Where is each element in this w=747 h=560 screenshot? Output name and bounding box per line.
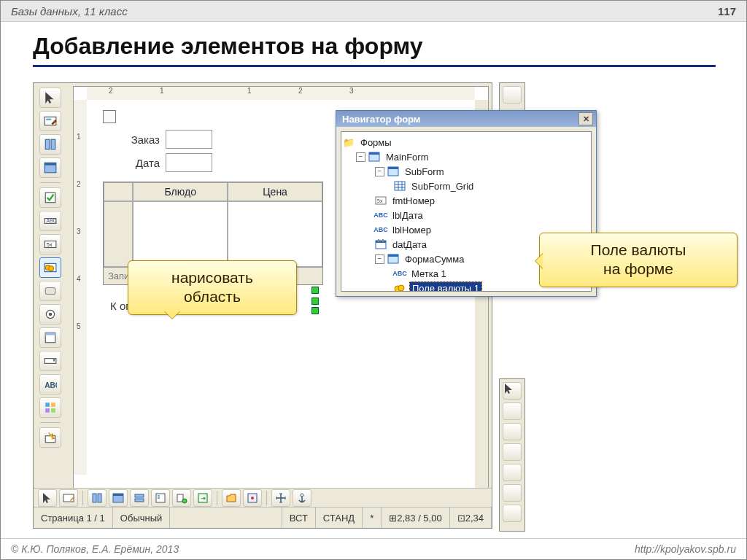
close-icon[interactable]: ✕ [578,112,593,125]
label-tool[interactable]: ABC [39,374,61,394]
design-mode-2[interactable] [59,489,78,507]
collapse-icon[interactable]: − [356,152,365,162]
tab-order-button[interactable]: ⇥ [193,489,212,507]
rtb-4[interactable] [503,443,522,461]
control-props-2[interactable] [88,489,107,507]
collapse-icon[interactable]: − [375,167,384,176]
svg-rect-50 [376,241,386,243]
svg-rect-1 [45,139,50,149]
status-size: ⊡ 2,34 [450,508,492,528]
select-tool[interactable] [39,88,61,108]
format-field-icon: 5x [375,195,387,206]
combobox-tool[interactable] [39,351,61,371]
field-date[interactable] [166,153,212,172]
more-controls-tool[interactable] [39,397,61,418]
folder-icon: 📁 [343,137,355,147]
svg-rect-43 [369,152,379,155]
svg-point-12 [49,266,54,271]
collapse-icon[interactable]: − [375,254,384,264]
svg-rect-4 [44,163,56,165]
page-title: Добавление элементов на форму [33,33,423,60]
svg-rect-21 [51,402,55,407]
svg-text:5x: 5x [46,241,52,248]
field-order[interactable] [166,130,212,149]
auto-focus-button[interactable] [243,489,262,507]
rtb-6[interactable] [503,484,522,502]
label-icon: ABC [375,210,387,220]
rtb-5[interactable] [503,464,522,481]
button-tool[interactable] [39,281,61,301]
label-icon: ABC [375,225,387,235]
rtb-7[interactable] [503,505,522,522]
tree-fmt-nomer[interactable]: fmtНомер [390,195,437,207]
form-navigator-button[interactable] [151,489,170,507]
grid-col-price[interactable]: Цена [228,182,322,201]
svg-rect-13 [45,288,55,295]
status-page: Страница 1 / 1 [34,508,113,528]
tree-root[interactable]: Формы [358,136,394,149]
rtb-2[interactable] [503,402,522,420]
grid-col-dish[interactable]: Блюдо [133,182,228,201]
svg-point-36 [182,499,187,503]
title-underline [33,65,716,67]
svg-rect-20 [45,402,50,407]
form-design-toolbar: ⇥ [34,488,492,508]
wizard-toggle[interactable] [39,427,61,448]
ruler-horizontal[interactable]: 2 1 1 2 3 [87,87,475,101]
form-icon [387,254,399,264]
form-props-button[interactable] [39,158,61,178]
svg-text:5x: 5x [377,198,383,203]
design-mode-button[interactable] [39,111,61,131]
data-nav-button[interactable] [130,489,149,507]
svg-rect-27 [98,494,101,502]
status-coords: ⊞ 2,83 / 5,00 [382,508,449,528]
control-props-button[interactable] [39,134,61,155]
right-tb-1[interactable] [503,86,522,104]
tree-lbl-data[interactable]: lblДата [390,209,425,222]
format-field-tool[interactable]: 5x [39,234,61,254]
tree-lbl-nomer[interactable]: lblНомер [390,224,433,236]
tree-form-sum[interactable]: ФормаСумма [403,253,466,265]
tree-subform-grid[interactable]: SubForm_Grid [409,180,476,192]
svg-rect-29 [113,494,123,496]
svg-rect-51 [378,239,379,242]
status-mode: Обычный [113,508,170,528]
select-tool-2[interactable] [38,489,57,507]
svg-rect-30 [135,494,144,497]
date-field-icon [375,239,387,249]
checkbox-tool[interactable] [39,187,61,208]
svg-rect-34 [158,497,160,499]
svg-rect-25 [63,494,74,502]
ruler-vertical[interactable]: 1 2 3 4 5 [74,100,88,475]
svg-rect-54 [388,254,398,257]
tree-dat-data[interactable]: datДата [390,238,429,251]
svg-rect-32 [156,494,165,502]
add-field-button[interactable] [172,489,191,507]
form-icon [387,166,399,176]
page-number: 117 [718,5,736,18]
tree-currency-field[interactable]: Поле валюты 1 [409,281,482,292]
svg-rect-17 [45,332,55,335]
anchor-button[interactable] [293,489,311,507]
status-bar: Страница 1 / 1 Обычный ВСТ СТАНД * ⊞ 2,8… [34,507,492,528]
status-std: СТАНД [316,508,363,528]
option-button-tool[interactable] [39,304,61,324]
svg-text:⇥: ⇥ [201,495,206,502]
tree-mainform[interactable]: MainForm [384,151,431,163]
rtb-3[interactable] [503,423,522,440]
tree-subform[interactable]: SubForm [403,166,446,178]
navigator-titlebar[interactable]: Навигатор форм ✕ [336,111,596,127]
svg-rect-45 [388,167,398,169]
svg-text:ABC: ABC [44,381,57,389]
rtb-pointer[interactable] [503,382,522,400]
textfield-tool[interactable]: ABC [39,211,61,231]
currency-field-tool[interactable] [39,257,61,278]
position-size-button[interactable] [271,489,290,507]
tree-metka1[interactable]: Метка 1 [409,268,449,280]
open-design-button[interactable] [222,489,241,507]
listbox-tool[interactable] [39,327,61,348]
status-ins: ВСТ [282,508,316,528]
form-props-2[interactable] [109,489,128,507]
svg-point-40 [251,497,254,499]
label-icon: ABC [394,268,406,279]
